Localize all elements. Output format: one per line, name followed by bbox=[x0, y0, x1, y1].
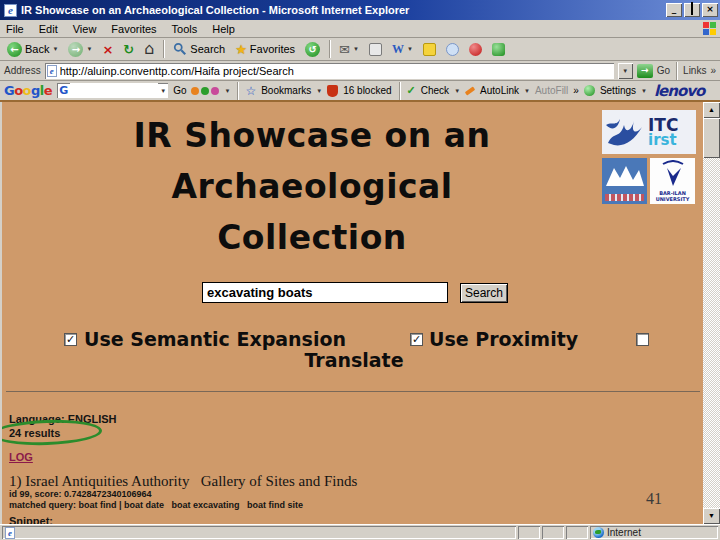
settings-icon bbox=[584, 85, 595, 96]
history-button[interactable]: ↺ bbox=[302, 39, 323, 59]
mail-button[interactable]: ✉ ▼ bbox=[336, 39, 362, 59]
toolbar-separator bbox=[163, 40, 164, 58]
popup-blocked-button[interactable]: 16 blocked bbox=[343, 85, 391, 96]
links-label[interactable]: Links bbox=[683, 65, 706, 76]
google-letter: o bbox=[14, 83, 22, 98]
page-viewport: IR Showcase on an Archaeological Collect… bbox=[0, 102, 720, 524]
status-panel bbox=[566, 526, 588, 539]
slide-number: 41 bbox=[646, 490, 662, 508]
google-letter: o bbox=[23, 83, 31, 98]
google-options-dropdown-icon[interactable]: ▼ bbox=[224, 88, 230, 94]
home-button[interactable]: ⌂ bbox=[141, 39, 157, 59]
page-title-line: IR Showcase on an bbox=[42, 110, 582, 161]
search-toolbar-label: Search bbox=[190, 43, 225, 55]
menu-bar: File Edit View Favorites Tools Help bbox=[0, 20, 720, 38]
print-button[interactable] bbox=[366, 39, 385, 59]
menu-file[interactable]: File bbox=[6, 23, 24, 35]
mail-dropdown-icon: ▼ bbox=[353, 46, 359, 52]
haifa-mountains-icon bbox=[602, 158, 647, 192]
translate-checkbox[interactable]: ✓ bbox=[636, 333, 649, 346]
zone-label: Internet bbox=[607, 527, 641, 538]
google-search-options-icons[interactable] bbox=[191, 87, 219, 95]
results-count-annotation-ellipse bbox=[0, 418, 102, 447]
google-go-button[interactable]: Go bbox=[173, 85, 186, 96]
history-icon: ↺ bbox=[305, 42, 320, 57]
google-g-icon: G bbox=[59, 85, 68, 96]
links-chevron-icon[interactable]: » bbox=[710, 65, 716, 76]
restore-button[interactable] bbox=[684, 3, 700, 17]
discuss-button[interactable] bbox=[420, 39, 439, 59]
check-dropdown-icon[interactable]: ▼ bbox=[454, 88, 460, 94]
research-button[interactable] bbox=[489, 39, 508, 59]
messenger-contact-button[interactable] bbox=[443, 39, 462, 59]
bookmarks-dropdown-icon[interactable]: ▼ bbox=[316, 88, 322, 94]
title-bar: e IR Showcase on an Archaeological Colle… bbox=[0, 0, 720, 20]
menu-favorites[interactable]: Favorites bbox=[111, 23, 156, 35]
messenger-icon bbox=[469, 43, 482, 56]
result-score-line: id 99, score: 0.7428472340106964 bbox=[9, 489, 152, 499]
google-toolbar: Google G ▼ Go ▼ ☆ Bookmarks ▼ 16 blocked… bbox=[0, 81, 720, 102]
check-button[interactable]: Check bbox=[421, 85, 449, 96]
menu-tools[interactable]: Tools bbox=[172, 23, 198, 35]
address-input[interactable]: e http://aluinp.conventtp.com/Haifa proj… bbox=[45, 63, 614, 79]
search-toolbar-button[interactable]: Search bbox=[170, 39, 228, 59]
scroll-up-button[interactable]: ▲ bbox=[703, 102, 720, 118]
google-letter: G bbox=[4, 83, 14, 98]
address-dropdown-button[interactable]: ▼ bbox=[618, 63, 633, 79]
go-arrow-icon: → bbox=[637, 64, 653, 78]
menu-help[interactable]: Help bbox=[212, 23, 235, 35]
proximity-checkbox[interactable]: ✓ bbox=[410, 333, 423, 346]
toolbar-separator bbox=[329, 40, 330, 58]
search-button[interactable]: Search bbox=[460, 283, 508, 303]
favorites-button[interactable]: ★ Favorites bbox=[232, 39, 298, 59]
more-tools-chevron[interactable]: » bbox=[573, 85, 579, 96]
itc-bird-icon bbox=[604, 113, 646, 151]
bar-ilan-logo: BAR-ILAN UNIVERSITY bbox=[650, 158, 695, 204]
restore-icon bbox=[691, 2, 693, 15]
googlebar-separator bbox=[237, 82, 238, 100]
autolink-dropdown-icon[interactable]: ▼ bbox=[524, 88, 530, 94]
settings-button[interactable]: Settings bbox=[600, 85, 636, 96]
vertical-scrollbar[interactable]: ▲ ▼ bbox=[703, 102, 720, 524]
back-button[interactable]: ← Back ▼ bbox=[4, 39, 61, 59]
word-edit-icon: W bbox=[392, 43, 404, 55]
bookmarks-button[interactable]: Bookmarks bbox=[261, 85, 311, 96]
result-title[interactable]: 1) Israel Antiquities Authority Gallery … bbox=[9, 473, 357, 490]
log-link[interactable]: LOG bbox=[9, 451, 33, 463]
minimize-button[interactable]: _ bbox=[666, 3, 682, 17]
address-bar: Address e http://aluinp.conventtp.com/Ha… bbox=[0, 61, 720, 81]
user-icon bbox=[446, 43, 459, 56]
query-input[interactable] bbox=[202, 282, 448, 303]
google-search-box[interactable]: G ▼ bbox=[57, 83, 168, 98]
settings-dropdown-icon[interactable]: ▼ bbox=[641, 88, 647, 94]
lenovo-logo: lenovo bbox=[654, 82, 704, 100]
messenger-button[interactable] bbox=[466, 39, 485, 59]
results-divider bbox=[6, 391, 700, 392]
itc-irst-logo: ITC irst bbox=[602, 110, 696, 154]
scrollbar-track[interactable] bbox=[703, 158, 720, 508]
menu-view[interactable]: View bbox=[73, 23, 97, 35]
bar-ilan-emblem-icon bbox=[657, 160, 689, 190]
status-bar: e Internet bbox=[0, 524, 720, 540]
search-icon bbox=[173, 42, 187, 56]
autofill-button[interactable]: AutoFill bbox=[535, 85, 568, 96]
scroll-down-button[interactable]: ▼ bbox=[703, 508, 720, 524]
semantic-expansion-checkbox[interactable]: ✓ bbox=[64, 333, 77, 346]
menu-edit[interactable]: Edit bbox=[39, 23, 58, 35]
bar-ilan-label: UNIVERSITY bbox=[656, 196, 690, 202]
googlebar-separator bbox=[399, 82, 400, 100]
stop-button[interactable]: × bbox=[99, 39, 116, 59]
forward-button[interactable]: → ▼ bbox=[65, 39, 95, 59]
google-search-input[interactable] bbox=[70, 83, 158, 98]
google-search-dropdown-icon[interactable]: ▼ bbox=[160, 88, 166, 94]
windows-logo-icon bbox=[703, 22, 717, 36]
itc-logo-text: ITC irst bbox=[648, 117, 678, 147]
refresh-button[interactable]: ↻ bbox=[120, 39, 137, 59]
scrollbar-thumb[interactable] bbox=[703, 118, 720, 158]
autolink-button[interactable]: AutoLink bbox=[480, 85, 519, 96]
refresh-icon: ↻ bbox=[123, 43, 134, 56]
edit-button[interactable]: W ▼ bbox=[389, 39, 416, 59]
logo-stack: ITC irst BAR-ILAN UNIVERSI bbox=[602, 110, 696, 204]
close-button[interactable]: × bbox=[702, 3, 718, 17]
go-button[interactable]: Go bbox=[657, 65, 670, 76]
